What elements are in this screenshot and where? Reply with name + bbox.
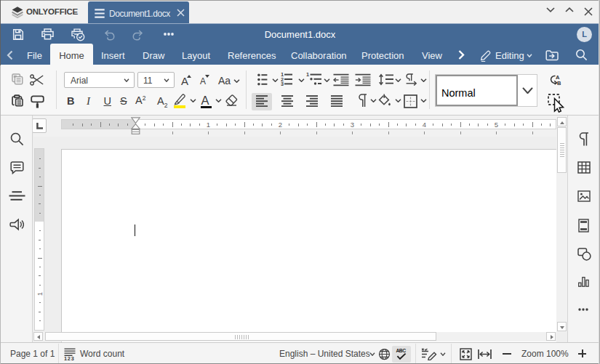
svg-text:3: 3 bbox=[281, 81, 284, 86]
svg-text:ABC: ABC bbox=[396, 348, 406, 353]
svg-text:123: 123 bbox=[64, 355, 75, 360]
svg-text:B: B bbox=[557, 80, 561, 85]
svg-text:1: 1 bbox=[306, 73, 309, 78]
